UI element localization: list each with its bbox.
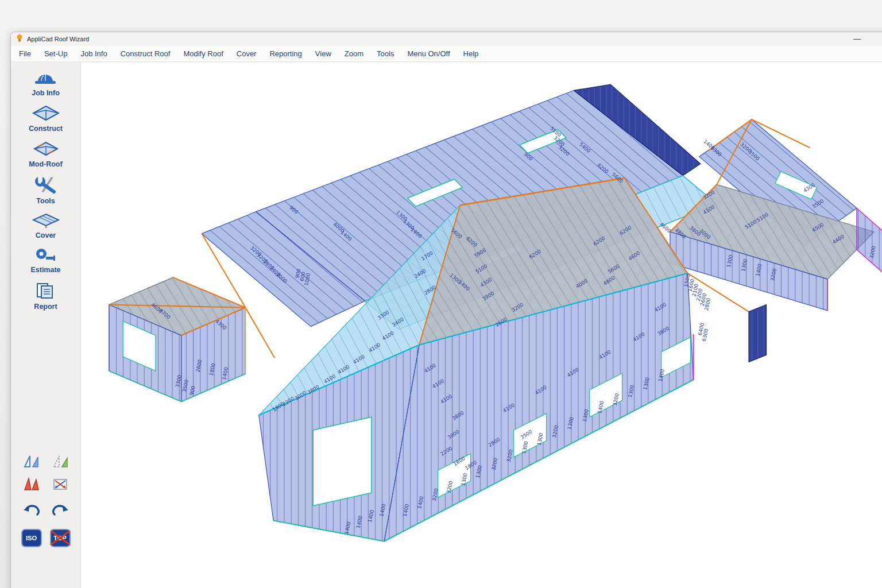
window-controls: — □ <box>851 32 882 46</box>
menu-item-modify-roof[interactable]: Modify Roof <box>183 49 223 58</box>
roof-cover-icon <box>32 212 60 231</box>
menu-item-construct-roof[interactable]: Construct Roof <box>121 49 171 58</box>
sidebar-item-report[interactable]: Report <box>33 281 59 311</box>
sidebar-item-label: Mod-Roof <box>29 160 62 168</box>
menu-item-menu-on-off[interactable]: Menu On/Off <box>407 49 450 58</box>
sidebar-item-label: Cover <box>36 231 56 239</box>
drawing-canvas[interactable]: 9004000140013001300140056006200900510032… <box>81 62 882 588</box>
iso-view-button[interactable]: ISO <box>21 529 42 547</box>
sidebar-item-estimate[interactable]: Estimate <box>30 247 60 274</box>
menu-item-help[interactable]: Help <box>463 49 479 58</box>
sidebar-item-tools[interactable]: Tools <box>33 176 59 205</box>
menu-item-cover[interactable]: Cover <box>237 49 257 58</box>
building-model <box>109 84 882 541</box>
app-window: AppliCad Roof Wizard — □ File Set-Up Job… <box>10 32 882 588</box>
menu-item-job-info[interactable]: Job Info <box>80 49 107 58</box>
crossed-arrows-icon[interactable] <box>51 475 70 493</box>
undo-icon[interactable] <box>22 502 41 521</box>
sidebar-item-label: Report <box>34 303 57 311</box>
sidebar-item-construct[interactable]: Construct <box>29 105 63 133</box>
sidebar-item-label: Construct <box>29 125 63 133</box>
sidebar-item-cover[interactable]: Cover <box>32 212 60 239</box>
title-bar: AppliCad Roof Wizard — □ <box>11 32 882 46</box>
menu-item-zoom[interactable]: Zoom <box>345 49 363 58</box>
menu-item-reporting[interactable]: Reporting <box>269 49 301 58</box>
roof-model-drawing[interactable]: 9004000140013001300140056006200900510032… <box>81 62 882 588</box>
menu-item-file[interactable]: File <box>19 49 31 58</box>
minimize-button[interactable]: — <box>851 32 863 46</box>
report-icon <box>33 281 59 302</box>
undo-redo-row <box>22 502 70 521</box>
view-button-row: ISO TOP <box>21 529 71 547</box>
main-area: Job Info Construct <box>11 62 882 588</box>
menu-bar: File Set-Up Job Info Construct Roof Modi… <box>11 46 882 62</box>
redo-icon[interactable] <box>51 502 70 521</box>
menu-item-tools[interactable]: Tools <box>377 49 394 58</box>
sidebar-tool-cluster: ISO TOP <box>21 452 71 588</box>
roof-modify-icon <box>32 140 60 160</box>
sidebar-item-label: Tools <box>36 197 55 205</box>
menu-item-set-up[interactable]: Set-Up <box>44 49 67 58</box>
sidebar-item-label: Job Info <box>32 89 60 97</box>
roof-construct-icon <box>32 105 60 124</box>
wrench-icon <box>33 176 59 196</box>
window-title: AppliCad Roof Wizard <box>27 36 89 42</box>
triangle-area-green-icon[interactable] <box>51 452 70 470</box>
app-logo-icon <box>16 34 24 45</box>
sidebar: Job Info Construct <box>11 62 81 588</box>
quick-tool-grid <box>22 452 70 493</box>
menu-item-view[interactable]: View <box>315 49 331 58</box>
top-view-button[interactable]: TOP <box>50 529 71 547</box>
tape-measure-icon <box>32 247 59 265</box>
triangle-pair-blue-icon[interactable] <box>22 452 41 470</box>
hard-hat-icon <box>32 69 59 88</box>
sidebar-item-mod-roof[interactable]: Mod-Roof <box>29 140 62 168</box>
sidebar-item-label: Estimate <box>30 266 60 274</box>
triangle-pair-red-icon[interactable] <box>22 475 41 493</box>
sidebar-item-job-info[interactable]: Job Info <box>32 69 60 97</box>
